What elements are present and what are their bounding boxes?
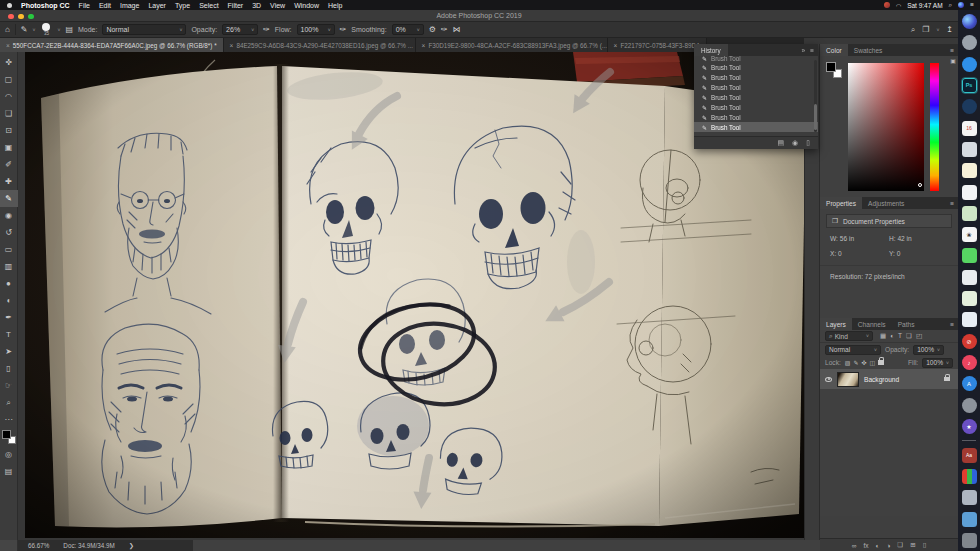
dock-preview-icon[interactable] xyxy=(962,142,977,157)
home-icon[interactable]: ⌂ xyxy=(5,26,10,34)
history-step[interactable]: ✎Brush Tool xyxy=(694,102,818,112)
type-tool[interactable]: T xyxy=(0,326,18,343)
panel-menu-icon[interactable]: ≡ xyxy=(950,200,958,207)
history-step[interactable]: ✎Brush Tool xyxy=(694,62,818,72)
menu-select[interactable]: Select xyxy=(199,2,218,9)
tab-adjustments[interactable]: Adjustments xyxy=(862,197,910,209)
delete-state-icon[interactable]: ▯ xyxy=(806,139,810,147)
brush-settings-panel-icon[interactable]: ▤ xyxy=(65,26,73,34)
screen-mode-button[interactable]: ▤ xyxy=(0,463,18,480)
dock-notes-icon[interactable] xyxy=(962,163,977,178)
dock-utility-icon[interactable] xyxy=(962,398,977,413)
filter-adjustment-layers-icon[interactable]: ◐ xyxy=(890,332,894,340)
menubar-app-icon[interactable] xyxy=(884,2,890,8)
close-icon[interactable]: × xyxy=(422,42,426,49)
dock-textedit-icon[interactable] xyxy=(962,270,977,285)
eraser-tool[interactable]: ▭ xyxy=(0,241,18,258)
dock-photoshop-icon[interactable]: Ps xyxy=(962,78,977,93)
foreground-color-swatch[interactable] xyxy=(2,430,11,439)
tab-paths[interactable]: Paths xyxy=(892,318,921,330)
smoothing-select[interactable]: 0% ˅ xyxy=(392,24,424,35)
flow-select[interactable]: 100% ˅ xyxy=(297,24,335,35)
dock-calendar-icon[interactable]: 16 xyxy=(962,121,977,136)
document-tab-4[interactable]: × F221797C-0758-43F3-89DA xyxy=(608,38,708,52)
panel-menu-icon[interactable]: ≡ xyxy=(810,47,814,54)
menu-filter[interactable]: Filter xyxy=(228,2,244,9)
layer-fill-select[interactable]: 100% ˅ xyxy=(922,358,953,368)
menu-help[interactable]: Help xyxy=(328,2,342,9)
object-selection-tool[interactable]: ❏ xyxy=(0,105,18,122)
document-tab-1[interactable]: × 550FCCA7-2E2B-444A-8364-EDA7A5F66A0C.j… xyxy=(0,38,224,52)
layer-thumbnail[interactable] xyxy=(837,372,859,387)
close-icon[interactable]: × xyxy=(614,42,618,49)
history-step[interactable]: ✎Brush Tool xyxy=(694,82,818,92)
filter-type-layers-icon[interactable]: T xyxy=(898,332,902,340)
history-brush-tool[interactable]: ↺ xyxy=(0,224,18,241)
menubar-clock[interactable]: Sat 9:47 AM xyxy=(907,2,942,9)
dock-app-icon[interactable] xyxy=(962,99,977,114)
history-step-selected[interactable]: ✎Brush Tool xyxy=(694,122,818,132)
menu-window[interactable]: Window xyxy=(294,2,319,9)
lock-move-icon[interactable]: ✜ xyxy=(861,359,866,366)
document-properties-header[interactable]: ❐ Document Properties xyxy=(826,214,952,228)
tab-swatches[interactable]: Swatches xyxy=(848,44,889,56)
layer-visibility-eye-icon[interactable] xyxy=(825,377,832,382)
lock-paint-icon[interactable]: ✎ xyxy=(853,359,858,366)
gradient-tool[interactable]: ▥ xyxy=(0,258,18,275)
pen-tool[interactable]: ✒ xyxy=(0,309,18,326)
adjustment-layer-icon[interactable]: ◑ xyxy=(886,542,890,549)
zoom-level[interactable]: 66.67% xyxy=(28,542,49,549)
dock-numbers-icon[interactable] xyxy=(962,291,977,306)
collapse-panels-icon[interactable]: ▣ xyxy=(950,57,956,64)
layer-blend-mode-select[interactable]: Normal ˅ xyxy=(825,345,881,355)
lock-artboard-icon[interactable]: ◫ xyxy=(870,359,876,366)
workspace-switcher-icon[interactable]: ❐ xyxy=(922,26,929,34)
lasso-tool[interactable]: ◠ xyxy=(0,88,18,105)
dock-imovie-icon[interactable]: ★ xyxy=(962,419,977,434)
crop-tool[interactable]: ⊡ xyxy=(0,122,18,139)
zoom-tool[interactable]: ⌕ xyxy=(0,394,18,411)
toolbar-ellipsis[interactable]: ⋯ xyxy=(0,411,18,428)
color-picker-dot[interactable] xyxy=(918,183,922,187)
foreground-color-swatch[interactable] xyxy=(826,62,836,72)
lock-transparency-icon[interactable]: ▨ xyxy=(845,359,851,366)
smoothing-options-gear-icon[interactable]: ⚙ xyxy=(429,26,436,34)
panel-menu-icon[interactable]: ≡ xyxy=(950,47,958,54)
search-icon[interactable]: ⌕ xyxy=(911,26,915,34)
history-step[interactable]: ✎Brush Tool xyxy=(694,112,818,122)
quick-mask-button[interactable]: ◎ xyxy=(0,446,18,463)
marquee-tool[interactable]: ▢ xyxy=(0,71,18,88)
menu-photoshop[interactable]: Photoshop CC xyxy=(21,2,70,9)
dock-safari-icon[interactable] xyxy=(962,57,977,72)
tool-preset-caret-icon[interactable]: ˅ xyxy=(33,27,36,33)
saturation-brightness-field[interactable] xyxy=(848,63,924,191)
opacity-select[interactable]: 26% ˅ xyxy=(222,24,258,35)
menu-type[interactable]: Type xyxy=(175,2,190,9)
layer-row-background[interactable]: Background xyxy=(820,369,958,389)
dock-folder-icon[interactable] xyxy=(962,512,977,527)
shape-tool[interactable]: ▯ xyxy=(0,360,18,377)
tab-channels[interactable]: Channels xyxy=(852,318,892,330)
layer-mask-icon[interactable]: ◐ xyxy=(875,542,879,549)
dock-reminders-icon[interactable] xyxy=(962,185,977,200)
dock-do-not-disturb-icon[interactable]: ⊘ xyxy=(962,334,977,349)
new-group-icon[interactable]: ❏ xyxy=(897,541,903,549)
layer-filter-kind-select[interactable]: ⌕ Kind ˅ xyxy=(825,331,873,341)
close-icon[interactable]: × xyxy=(230,42,234,49)
new-document-from-state-icon[interactable]: ▤ xyxy=(777,139,784,147)
eyedropper-tool[interactable]: ✐ xyxy=(0,156,18,173)
pressure-opacity-icon[interactable]: ✑ xyxy=(263,26,270,34)
spotlight-icon[interactable]: ⌕ xyxy=(949,2,953,9)
dock-siri-icon[interactable] xyxy=(962,14,977,29)
menu-file[interactable]: File xyxy=(79,2,90,9)
dock-dictionary-icon[interactable]: Aa xyxy=(962,448,977,463)
status-options-chevron-icon[interactable]: ❯ xyxy=(129,542,134,549)
menu-image[interactable]: Image xyxy=(120,2,139,9)
dock-trash-icon[interactable] xyxy=(962,533,977,548)
path-selection-tool[interactable]: ➤ xyxy=(0,343,18,360)
dock-messages-icon[interactable] xyxy=(962,248,977,263)
tab-properties[interactable]: Properties xyxy=(820,197,862,209)
blur-tool[interactable]: ● xyxy=(0,275,18,292)
apple-icon[interactable] xyxy=(7,3,12,8)
filter-pixel-layers-icon[interactable]: ▦ xyxy=(880,332,886,340)
